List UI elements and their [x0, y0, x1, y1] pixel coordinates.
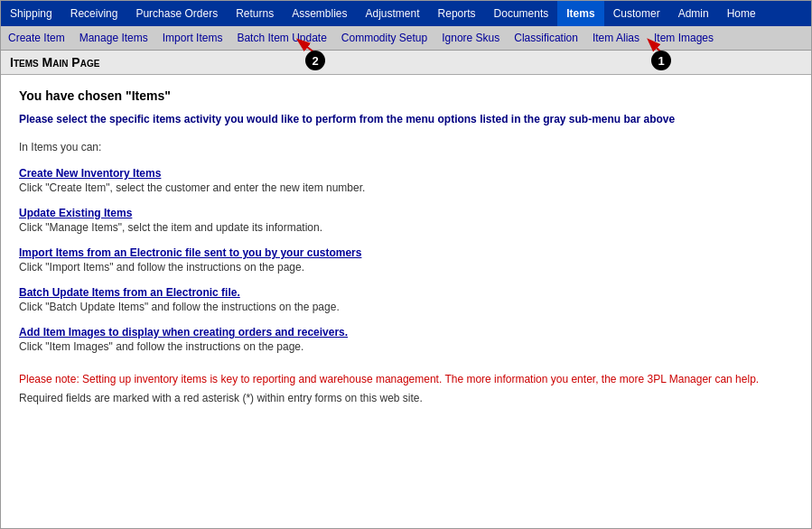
top-nav-item-admin[interactable]: Admin	[669, 1, 718, 26]
activity-section-2: Import Items from an Electronic file sen…	[19, 246, 793, 274]
activity-desc-1: Click "Manage Items", selct the item and…	[19, 221, 793, 234]
top-nav-item-reports[interactable]: Reports	[429, 1, 485, 26]
top-nav-item-returns[interactable]: Returns	[227, 1, 283, 26]
sub-navigation: Create ItemManage ItemsImport ItemsBatch…	[1, 26, 811, 51]
top-nav-item-items[interactable]: Items	[557, 1, 603, 26]
activity-link-2[interactable]: Import Items from an Electronic file sen…	[19, 246, 793, 259]
top-nav-item-home[interactable]: Home	[718, 1, 765, 26]
page-title-bar: Items Main Page	[1, 51, 811, 75]
in-items-text: In Items you can:	[19, 141, 793, 153]
sub-nav-item-batch-item-update[interactable]: Batch Item Update	[229, 26, 333, 50]
sub-nav-item-manage-items[interactable]: Manage Items	[72, 26, 155, 50]
top-nav-item-documents[interactable]: Documents	[485, 1, 558, 26]
top-nav-item-purchase-orders[interactable]: Purchase Orders	[126, 1, 227, 26]
note-text: Please note: Setting up inventory items …	[19, 373, 759, 385]
note-section: Please note: Setting up inventory items …	[19, 371, 793, 387]
main-content: You have chosen "Items" Please select th…	[1, 75, 811, 418]
activity-section-3: Batch Update Items from an Electronic fi…	[19, 286, 793, 313]
activity-section-1: Update Existing ItemsClick "Manage Items…	[19, 207, 793, 234]
activity-link-3[interactable]: Batch Update Items from an Electronic fi…	[19, 286, 793, 299]
page-title: Items Main Page	[10, 55, 99, 70]
sub-nav-item-import-items[interactable]: Import Items	[155, 26, 230, 50]
activity-desc-2: Click "Import Items" and follow the inst…	[19, 261, 793, 274]
activity-section-0: Create New Inventory ItemsClick "Create …	[19, 167, 793, 194]
sub-nav-item-item-images[interactable]: Item Images	[647, 26, 721, 50]
sub-nav-item-ignore-skus[interactable]: Ignore Skus	[434, 26, 507, 50]
activities-list: Create New Inventory ItemsClick "Create …	[19, 167, 793, 353]
top-navigation: ShippingReceivingPurchase OrdersReturnsA…	[1, 1, 811, 26]
top-nav-item-adjustment[interactable]: Adjustment	[357, 1, 429, 26]
sub-nav-item-create-item[interactable]: Create Item	[1, 26, 72, 50]
activity-link-0[interactable]: Create New Inventory Items	[19, 167, 793, 180]
sub-nav-item-classification[interactable]: Classification	[507, 26, 585, 50]
activity-desc-3: Click "Batch Update Items" and follow th…	[19, 301, 793, 313]
sub-nav-item-commodity-setup[interactable]: Commodity Setup	[334, 26, 434, 50]
required-note: Required fields are marked with a red as…	[19, 392, 793, 404]
main-heading: You have chosen "Items"	[19, 88, 793, 103]
top-nav-item-customer[interactable]: Customer	[604, 1, 669, 26]
activity-desc-0: Click "Create Item", select the customer…	[19, 181, 793, 194]
sub-heading: Please select the specific items activit…	[19, 112, 793, 127]
activity-link-1[interactable]: Update Existing Items	[19, 207, 793, 219]
sub-nav-item-item-alias[interactable]: Item Alias	[585, 26, 647, 50]
activity-desc-4: Click "Item Images" and follow the instr…	[19, 340, 793, 353]
activity-link-4[interactable]: Add Item Images to display when creating…	[19, 326, 793, 339]
activity-section-4: Add Item Images to display when creating…	[19, 326, 793, 353]
top-nav-item-shipping[interactable]: Shipping	[1, 1, 61, 26]
top-nav-item-receiving[interactable]: Receiving	[61, 1, 127, 26]
top-nav-item-assemblies[interactable]: Assemblies	[283, 1, 356, 26]
